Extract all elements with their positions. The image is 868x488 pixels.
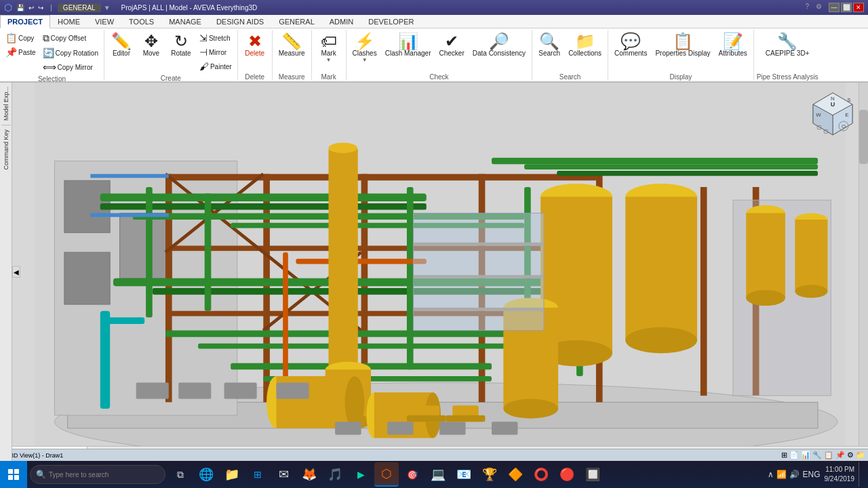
search-btn[interactable]: 🔍 Search <box>535 31 564 72</box>
app-10[interactable]: 💻 <box>426 462 450 487</box>
app-14[interactable]: ⭕ <box>529 462 553 487</box>
explorer-app[interactable]: 📁 <box>220 462 244 487</box>
status-icon-6[interactable]: 📌 <box>835 451 845 460</box>
app-13[interactable]: 🔶 <box>503 462 528 487</box>
app-15[interactable]: 🔴 <box>555 462 579 487</box>
tab-tools[interactable]: TOOLS <box>121 14 161 28</box>
viewport-canvas: U N W E S O ◀ <box>12 83 868 461</box>
copy-mirror-icon: ⟺ <box>43 62 56 73</box>
painter-btn[interactable]: 🖌 Painter <box>197 60 235 73</box>
svg-rect-60 <box>414 213 544 330</box>
profile-dropdown[interactable]: GENERAL <box>58 3 101 12</box>
windows-taskbar: 🔍 Type here to search ⧉ 🌐 📁 ⊞ ✉ 🦊 🎵 ▶ ⬡ … <box>0 461 868 488</box>
maximize-btn[interactable]: ⬜ <box>841 3 852 12</box>
status-icon-1[interactable]: ⊞ <box>781 451 787 460</box>
redo-btn[interactable]: ↪ <box>37 3 45 12</box>
comments-btn[interactable]: 💬 Comments <box>611 31 650 72</box>
delete-btn[interactable]: ✖ Delete <box>241 31 269 72</box>
collections-btn[interactable]: 📁 Collections <box>565 31 605 72</box>
svg-rect-14 <box>165 174 596 181</box>
rotate-btn[interactable]: ↻ Rotate <box>167 31 195 72</box>
group-check-label: Check <box>349 72 530 81</box>
expand-left-btn[interactable]: ◀ <box>12 266 20 278</box>
group-measure: 📏 Measure Measure <box>273 30 312 80</box>
editor-btn[interactable]: ✏️ Editor <box>107 31 136 72</box>
mark-btn[interactable]: 🏷 Mark ▼ <box>315 31 343 72</box>
status-icon-5[interactable]: 📋 <box>824 451 833 460</box>
mirror-btn[interactable]: ⊣ Mirror <box>197 45 235 59</box>
network-icon[interactable]: 📶 <box>776 470 787 479</box>
clash-manager-btn[interactable]: 📊 Clash Manager <box>382 31 435 72</box>
app-9[interactable]: 🎯 <box>400 462 425 487</box>
status-bar: ▶ 3D View(1) - Draw1 ⊞ 📄 📊 🔧 📋 📌 ⚙ 📁 <box>0 449 868 461</box>
app-12[interactable]: 🏆 <box>477 462 502 487</box>
close-btn[interactable]: ✕ <box>853 3 864 12</box>
tab-general[interactable]: GENERAL <box>271 14 322 28</box>
command-key-tab[interactable]: Command Key <box>1 128 11 171</box>
tray-arrow[interactable]: ∧ <box>768 470 774 479</box>
tab-admin[interactable]: ADMIN <box>322 14 361 28</box>
start-button[interactable] <box>0 461 27 488</box>
edge-app[interactable]: 🌐 <box>194 462 218 487</box>
status-icon-4[interactable]: 🔧 <box>812 451 822 460</box>
settings-icon[interactable]: ⚙ <box>816 3 822 12</box>
status-icon-7[interactable]: ⚙ <box>847 451 854 460</box>
app-16[interactable]: 🔲 <box>580 462 605 487</box>
taskbar-search[interactable]: 🔍 Type here to search <box>30 465 165 484</box>
taskview-btn[interactable]: ⧉ <box>168 462 193 487</box>
tab-project[interactable]: PROJECT <box>0 15 50 28</box>
tab-manage[interactable]: MANAGE <box>161 14 209 28</box>
move-btn[interactable]: ✥ Move <box>137 31 165 72</box>
clock[interactable]: 11:00 PM 9/24/2019 <box>825 465 855 484</box>
media-app[interactable]: ▶ <box>349 462 373 487</box>
undo-btn[interactable]: ↩ <box>27 3 35 12</box>
paste-btn[interactable]: 📌 Paste <box>3 45 39 59</box>
show-desktop-btn[interactable] <box>859 462 863 487</box>
mail-app[interactable]: ✉ <box>271 462 296 487</box>
status-icon-8[interactable]: 📁 <box>856 451 865 460</box>
viewport[interactable]: U N W E S O ◀ <box>12 83 868 461</box>
checker-btn[interactable]: ✔ Checker <box>436 31 468 72</box>
clashes-btn[interactable]: ⚡ Clashes ▼ <box>349 31 380 72</box>
attributes-btn[interactable]: 📝 Attributes <box>715 31 751 72</box>
group-display: 💬 Comments 📋 Properties Display 📝 Attrib… <box>608 30 754 80</box>
copy-mirror-btn[interactable]: ⟺ Copy Mirror <box>40 60 101 74</box>
scroll-bar-vertical[interactable] <box>859 83 868 461</box>
data-consistency-icon: 🔎 <box>489 33 509 49</box>
minimize-btn[interactable]: — <box>829 3 840 12</box>
data-consistency-btn[interactable]: 🔎 Data Consistency <box>469 31 529 72</box>
app-11[interactable]: 📧 <box>452 462 476 487</box>
tab-view[interactable]: VIEW <box>87 14 121 28</box>
measure-btn[interactable]: 📏 Measure <box>275 31 309 72</box>
copy-btn[interactable]: 📋 Copy <box>3 31 39 45</box>
navigation-cube[interactable]: U N W E S O <box>808 89 857 138</box>
group-delete-label: Delete <box>241 72 269 81</box>
firefox-app[interactable]: 🦊 <box>297 462 321 487</box>
search-icon: 🔍 <box>539 33 559 49</box>
caepipe-btn[interactable]: 🔧 CAEPIPE 3D+ <box>762 31 813 72</box>
copy-offset-btn[interactable]: ⧉ Copy Offset <box>40 31 101 45</box>
svg-rect-37 <box>283 252 288 382</box>
group-create-label: Create <box>107 73 235 82</box>
status-icon-3[interactable]: 📊 <box>801 451 810 460</box>
group-pipe-stress: 🔧 CAEPIPE 3D+ Pipe Stress Analysis <box>754 30 821 80</box>
copy-rotation-btn[interactable]: 🔄 Copy Rotation <box>40 46 101 60</box>
move-label: Move <box>143 49 159 57</box>
model-explorer-tab[interactable]: Model Exp... <box>1 85 11 122</box>
tab-design-aids[interactable]: DESIGN AIDS <box>209 14 271 28</box>
search-placeholder: Type here to search <box>49 471 108 479</box>
profile-arrow[interactable]: ▼ <box>104 4 111 12</box>
group-pipe-stress-label: Pipe Stress Analysis <box>757 72 818 81</box>
svg-text:S: S <box>847 97 850 103</box>
save-quick-btn[interactable]: 💾 <box>15 3 26 12</box>
store-app[interactable]: ⊞ <box>245 462 270 487</box>
tab-developer[interactable]: DEVELOPER <box>361 14 421 28</box>
volume-icon[interactable]: 🔊 <box>789 470 800 479</box>
help-icon[interactable]: ? <box>805 3 809 12</box>
stretch-btn[interactable]: ⇲ Stretch <box>197 31 235 45</box>
aveva-app[interactable]: ⬡ <box>374 462 399 487</box>
properties-btn[interactable]: 📋 Properties Display <box>652 31 713 72</box>
tab-home[interactable]: HOME <box>50 14 87 28</box>
status-icon-2[interactable]: 📄 <box>789 451 799 460</box>
music-app[interactable]: 🎵 <box>323 462 347 487</box>
